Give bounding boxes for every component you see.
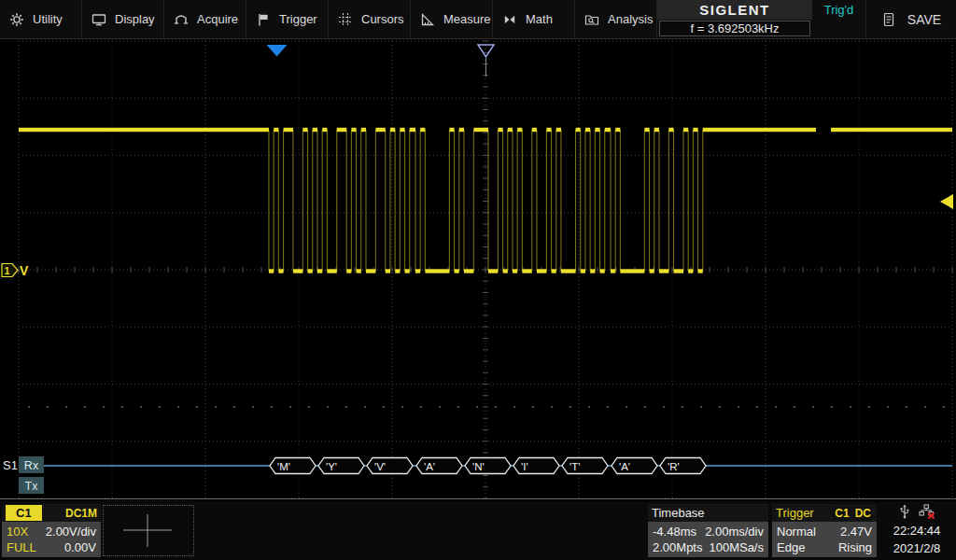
svg-text:'V': 'V' bbox=[374, 461, 386, 472]
menu-item-measure[interactable]: Measure bbox=[411, 0, 493, 38]
svg-text:V: V bbox=[20, 263, 29, 278]
menu-item-math[interactable]: Math bbox=[493, 0, 575, 38]
channel1-coupling: DC1M bbox=[65, 507, 97, 520]
usb-icon[interactable] bbox=[898, 504, 911, 522]
channel-offset-marker[interactable]: 1V bbox=[2, 263, 29, 278]
menu-item-label: Display bbox=[115, 12, 155, 26]
menu-item-label: Acquire bbox=[197, 12, 238, 26]
timebase-title: Timebase bbox=[652, 506, 705, 520]
cursors-icon bbox=[338, 12, 353, 27]
center-reference-marker bbox=[478, 45, 494, 77]
channel1-bandwidth: FULL bbox=[7, 540, 36, 554]
trigger-mode: Normal bbox=[777, 525, 816, 539]
menu-item-label: Utility bbox=[33, 12, 63, 26]
trigger-level-marker[interactable] bbox=[940, 194, 953, 209]
trigger-type: Edge bbox=[777, 540, 805, 554]
decode-frame: 'Y' bbox=[318, 458, 364, 474]
svg-text:'T': 'T' bbox=[569, 461, 580, 472]
siglent-logo: SIGLENT bbox=[657, 0, 812, 20]
measure-icon bbox=[420, 12, 435, 27]
menu-item-label: Measure bbox=[443, 12, 491, 26]
math-icon bbox=[502, 12, 517, 27]
svg-text:'Y': 'Y' bbox=[326, 461, 337, 472]
analysis-icon bbox=[584, 12, 599, 27]
timebase-scale: 2.00ms/div bbox=[705, 525, 764, 539]
brand-cluster: SIGLENT Trig'd f = 3.692503kHz bbox=[657, 0, 866, 38]
trigger-status: Trig'd bbox=[812, 0, 865, 20]
trigger-title: Trigger bbox=[776, 506, 814, 520]
acquire-icon bbox=[174, 12, 189, 27]
decode-frame: 'I' bbox=[513, 458, 559, 474]
svg-text:'N': 'N' bbox=[472, 461, 485, 472]
timebase-memory-depth: 2.00Mpts bbox=[653, 540, 702, 554]
waveform-scene: 1VS1RxTx'M''Y''V''A''N''I''T''A''R' bbox=[0, 39, 956, 501]
status-area: 22:24:44 2021/2/8 bbox=[879, 504, 954, 557]
trigger-position-marker[interactable] bbox=[267, 45, 288, 57]
svg-text:'A': 'A' bbox=[424, 461, 435, 472]
menu-item-acquire[interactable]: Acquire bbox=[164, 0, 246, 38]
menu-item-label: Math bbox=[526, 12, 553, 26]
menu-item-label: Trigger bbox=[279, 12, 317, 26]
save-icon bbox=[881, 12, 896, 27]
lan-disconnected-icon[interactable] bbox=[919, 504, 935, 522]
display-icon bbox=[91, 12, 106, 27]
decode-frame: 'T' bbox=[562, 458, 608, 474]
clock-date: 2021/2/8 bbox=[879, 539, 954, 557]
bottom-bar: C1 DC1M 10X 2.00V/div FULL 0.00V bbox=[0, 501, 956, 560]
decode-frame: 'N' bbox=[465, 458, 511, 474]
channel1-scale: 2.00V/div bbox=[46, 525, 96, 539]
timebase-panel[interactable]: Timebase -4.48ms 2.00ms/div 2.00Mpts 100… bbox=[648, 504, 768, 557]
channel1-probe: 10X bbox=[7, 525, 28, 539]
channel1-offset: 0.00V bbox=[64, 540, 96, 554]
utility-icon bbox=[9, 12, 24, 27]
save-button[interactable]: SAVE bbox=[866, 0, 956, 38]
trigger-slope: Rising bbox=[838, 540, 872, 554]
trigger-panel[interactable]: Trigger C1DC Normal 2.47V Edge Rising bbox=[772, 504, 877, 557]
menu-item-label: Cursors bbox=[361, 12, 404, 26]
timebase-delay: -4.48ms bbox=[653, 525, 696, 539]
menu-bar: UtilityDisplayAcquireTriggerCursorsMeasu… bbox=[0, 0, 956, 39]
timebase-sample-rate: 100MSa/s bbox=[709, 540, 764, 554]
decode-frame: 'A' bbox=[416, 458, 462, 474]
add-channel-box[interactable] bbox=[103, 505, 194, 556]
decode-frame: 'V' bbox=[367, 458, 413, 474]
serial-decode-bus[interactable]: S1RxTx'M''Y''V''A''N''I''T''A''R' bbox=[3, 456, 952, 494]
svg-text:'A': 'A' bbox=[619, 461, 630, 472]
channel1-descriptor[interactable]: C1 DC1M 10X 2.00V/div FULL 0.00V bbox=[2, 504, 101, 557]
decode-frame: 'R' bbox=[660, 458, 706, 474]
svg-text:1: 1 bbox=[5, 266, 10, 276]
tx-label: Tx bbox=[25, 480, 39, 493]
menu-item-analysis[interactable]: Analysis bbox=[575, 0, 657, 38]
crosshair-icon bbox=[104, 506, 193, 555]
menu-item-label: Analysis bbox=[608, 12, 653, 26]
trigger-icon bbox=[256, 12, 271, 27]
waveform-display[interactable]: 1VS1RxTx'M''Y''V''A''N''I''T''A''R' bbox=[0, 39, 956, 501]
trigger-source-badge: C1 bbox=[833, 507, 851, 520]
bus-label: S1 bbox=[3, 458, 18, 472]
decode-frame: 'A' bbox=[612, 458, 657, 474]
svg-text:'M': 'M' bbox=[277, 461, 290, 472]
menu-item-cursors[interactable]: Cursors bbox=[329, 0, 411, 38]
svg-text:'I': 'I' bbox=[521, 461, 528, 472]
menu-items: UtilityDisplayAcquireTriggerCursorsMeasu… bbox=[0, 0, 657, 38]
save-label: SAVE bbox=[907, 12, 941, 27]
rx-label: Rx bbox=[24, 459, 39, 472]
trigger-coupling-badge: DC bbox=[853, 507, 873, 520]
oscilloscope-screen: UtilityDisplayAcquireTriggerCursorsMeasu… bbox=[0, 0, 956, 560]
svg-text:'R': 'R' bbox=[668, 461, 680, 472]
menu-item-display[interactable]: Display bbox=[82, 0, 164, 38]
trigger-level: 2.47V bbox=[840, 525, 872, 539]
menu-item-utility[interactable]: Utility bbox=[0, 0, 82, 38]
trigger-frequency-readout: f = 3.692503kHz bbox=[659, 21, 810, 36]
decode-frame: 'M' bbox=[270, 458, 316, 474]
menu-item-trigger[interactable]: Trigger bbox=[246, 0, 329, 38]
clock-time: 22:24:44 bbox=[879, 522, 954, 539]
channel1-badge[interactable]: C1 bbox=[6, 505, 42, 521]
